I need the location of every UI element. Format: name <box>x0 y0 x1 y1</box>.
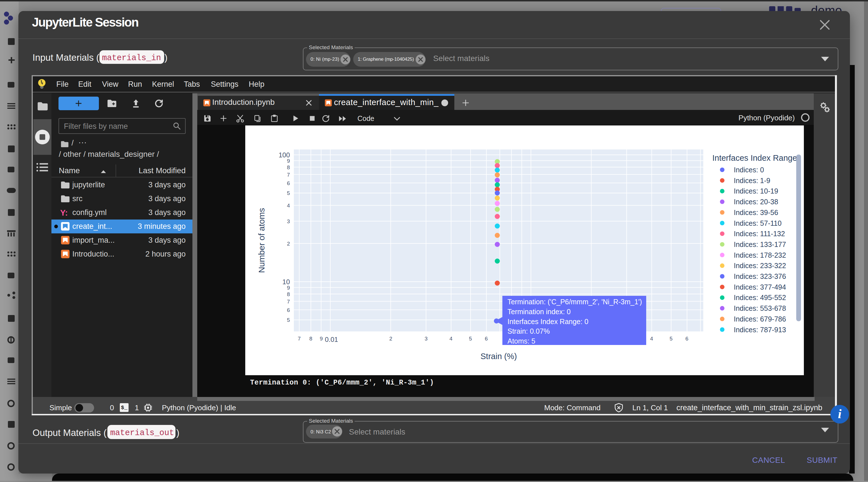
svg-text:7: 7 <box>298 335 301 342</box>
svg-text:9: 9 <box>320 335 323 342</box>
svg-text:7: 7 <box>287 299 290 304</box>
svg-text:10: 10 <box>282 278 290 286</box>
svg-text:Indices: 111-132: Indices: 111-132 <box>734 230 785 237</box>
svg-text:Indices: 679-786: Indices: 679-786 <box>734 315 786 323</box>
svg-text:6: 6 <box>287 307 290 313</box>
svg-text:8: 8 <box>287 291 290 297</box>
svg-text:5: 5 <box>469 335 472 342</box>
svg-text:Indices: 57-110: Indices: 57-110 <box>734 219 781 227</box>
svg-text:Indices: 133-177: Indices: 133-177 <box>734 240 786 248</box>
svg-text:Indices: 0: Indices: 0 <box>734 166 764 174</box>
svg-text:Indices: 495-552: Indices: 495-552 <box>734 294 786 301</box>
svg-text:3: 3 <box>287 218 290 224</box>
svg-text:3: 3 <box>425 335 428 342</box>
svg-text:Indices: 178-232: Indices: 178-232 <box>734 251 786 259</box>
svg-text:Interfaces Index Range: 0: Interfaces Index Range: 0 <box>507 318 588 325</box>
svg-text:4: 4 <box>650 335 653 342</box>
svg-text:9: 9 <box>287 285 290 291</box>
svg-text:Termination index: 0: Termination index: 0 <box>507 308 571 316</box>
svg-text:4: 4 <box>450 335 453 342</box>
svg-text:6: 6 <box>485 335 488 342</box>
svg-text:Indices: 553-678: Indices: 553-678 <box>734 304 786 312</box>
svg-text:Strain: 0.07%: Strain: 0.07% <box>507 327 550 335</box>
svg-text:6: 6 <box>287 180 290 186</box>
svg-text:Indices: 233-322: Indices: 233-322 <box>734 262 786 269</box>
svg-text:9: 9 <box>287 158 290 164</box>
svg-text:Strain (%): Strain (%) <box>480 352 517 361</box>
svg-text:Number of atoms: Number of atoms <box>257 208 266 273</box>
svg-text:Atoms: 5: Atoms: 5 <box>507 337 535 345</box>
svg-text:Indices: 1-9: Indices: 1-9 <box>734 176 770 185</box>
svg-text:Indices: 377-494: Indices: 377-494 <box>734 283 786 291</box>
svg-text:Indices: 323-376: Indices: 323-376 <box>734 272 786 280</box>
svg-text:Indices: 787-913: Indices: 787-913 <box>734 326 786 334</box>
svg-text:7: 7 <box>287 172 290 178</box>
svg-text:8: 8 <box>309 335 312 342</box>
svg-text:2: 2 <box>287 241 290 247</box>
svg-text:0.01: 0.01 <box>325 335 338 343</box>
svg-text:Indices: 39-56: Indices: 39-56 <box>734 208 778 217</box>
svg-text:4: 4 <box>287 202 290 208</box>
svg-text:Indices: 20-38: Indices: 20-38 <box>734 198 778 206</box>
svg-text:Interfaces Index Range: Interfaces Index Range <box>712 153 797 162</box>
svg-text:100: 100 <box>279 151 290 159</box>
svg-text:5: 5 <box>287 190 290 196</box>
svg-text:5: 5 <box>670 335 673 342</box>
svg-text:5: 5 <box>287 317 290 323</box>
svg-text:6: 6 <box>685 335 689 342</box>
svg-text:Indices: 10-19: Indices: 10-19 <box>734 187 778 195</box>
svg-text:2: 2 <box>390 335 393 342</box>
svg-text:Termination: ('C_P6/mmm_2', 'N: Termination: ('C_P6/mmm_2', 'Ni_R-3m_1') <box>507 298 642 306</box>
svg-text:8: 8 <box>287 164 290 170</box>
